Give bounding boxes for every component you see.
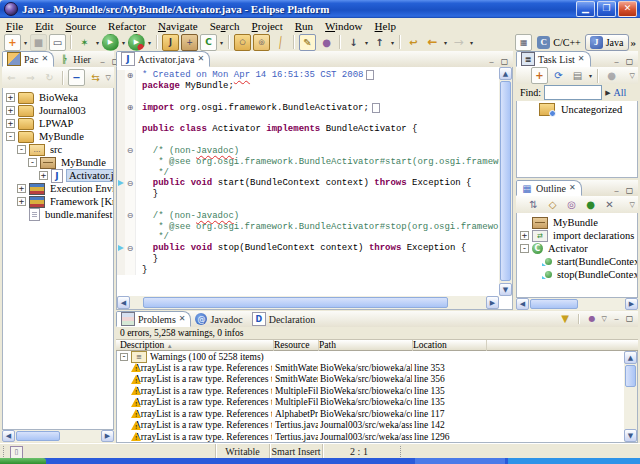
next-annotation-dropdown-icon[interactable]: ▾ (363, 35, 370, 50)
scroll-down-icon[interactable]: ▼ (624, 429, 637, 442)
menu-item-navigate[interactable]: Navigate (152, 20, 204, 32)
code-line[interactable]: * @see org.osgi.framework.BundleActivato… (117, 156, 499, 167)
package-explorer-item[interactable]: -…src (3, 143, 113, 156)
scrollbar-thumb[interactable] (625, 365, 636, 387)
code-line[interactable] (117, 92, 499, 103)
code-line[interactable]: ⊖ public void start(BundleContext contex… (117, 178, 499, 189)
scroll-up-icon[interactable]: ▲ (499, 67, 512, 80)
find-next-icon[interactable]: ▶ (605, 89, 610, 97)
run-icon[interactable]: ▶ (102, 34, 119, 51)
maximize-view-icon[interactable]: ▢ (623, 184, 636, 196)
tab-task-list[interactable]: ≣ Task List ✕ (516, 51, 591, 67)
scroll-left-icon[interactable]: ◀ (516, 298, 529, 310)
code-line[interactable]: ⊖ public void stop(BundleContext context… (117, 243, 499, 254)
code-area[interactable]: ⊕* Created on Mon Apr 14 16:51:35 CST 20… (117, 67, 499, 296)
expand-icon[interactable]: + (6, 93, 15, 102)
fold-collapse-icon[interactable]: ⊖ (125, 178, 136, 189)
new-package-icon[interactable]: + (181, 34, 198, 51)
view-menu-chevron-icon[interactable]: ▽ (602, 315, 610, 323)
scroll-left-icon[interactable]: ◀ (2, 430, 15, 442)
expand-icon[interactable]: + (6, 106, 15, 115)
perspective-java-button[interactable]: J Java (585, 34, 629, 51)
previous-annotation-icon[interactable]: ↑ (371, 34, 388, 51)
back-history-icon[interactable]: ⇐ (3, 69, 20, 86)
tab-javadoc[interactable]: @ Javadoc (191, 311, 247, 327)
outline-item[interactable]: -CActivator (517, 242, 637, 255)
collapse-icon[interactable]: - (28, 158, 37, 167)
find-all-link[interactable]: All (614, 87, 627, 98)
new-class-dropdown-icon[interactable]: ▾ (218, 35, 225, 50)
column-header-path[interactable]: Path (315, 340, 413, 351)
scroll-right-icon[interactable]: ▶ (486, 296, 499, 309)
mark-occurrences-icon[interactable]: ● (318, 34, 335, 51)
toggle-mark-occurrences-icon[interactable]: ✎ (299, 34, 316, 51)
forward-dropdown-icon[interactable]: ▾ (468, 35, 475, 50)
new-wizard-icon[interactable]: + (4, 34, 21, 51)
forward-icon[interactable]: → (450, 34, 467, 51)
tab-problems[interactable]: Problems ✕ (116, 311, 191, 327)
filter-icon[interactable]: ▼ (557, 310, 574, 327)
fold-collapse-icon[interactable]: ⊖ (125, 210, 136, 221)
package-explorer-item[interactable]: +Framework [Knopfler (3, 195, 113, 208)
problem-row[interactable]: ArrayList is a raw type. References to g… (117, 386, 624, 398)
collapse-icon[interactable]: - (6, 132, 15, 141)
tab-activator-java[interactable]: J Activator.java ✕ (116, 51, 210, 67)
minimize-editor-icon[interactable]: – (485, 55, 498, 67)
external-tools-icon[interactable]: ▶ (128, 34, 145, 51)
code-line[interactable]: package MyBundle; (117, 81, 499, 92)
debug-icon[interactable]: ✶ (76, 34, 93, 51)
back-dropdown-icon[interactable]: ▾ (442, 35, 449, 50)
expand-icon[interactable]: + (17, 197, 26, 206)
menu-item-window[interactable]: Window (319, 20, 368, 32)
close-icon[interactable]: ✕ (569, 184, 576, 192)
perspective-overflow-chevron[interactable]: » (629, 36, 640, 48)
code-line[interactable]: public class Activator implements Bundle… (117, 124, 499, 135)
code-line[interactable]: */ (117, 232, 499, 243)
close-icon[interactable]: ✕ (41, 55, 48, 63)
problem-row[interactable]: ArrayList is a raw type. References to g… (117, 397, 624, 409)
menu-item-project[interactable]: Project (246, 20, 289, 32)
package-explorer-item[interactable]: +LPWAP (3, 117, 113, 130)
view-menu-chevron-icon[interactable]: ▽ (106, 74, 114, 82)
new-class-icon[interactable]: C (200, 34, 217, 51)
close-icon[interactable]: ✕ (578, 55, 585, 63)
minimize-window-button[interactable]: ▁ (576, 1, 595, 17)
save-icon[interactable]: ■ (30, 34, 47, 51)
group-by-dropdown-icon[interactable]: ▾ (587, 68, 594, 83)
open-type-icon[interactable]: ○ (234, 34, 251, 51)
find-input[interactable] (544, 85, 602, 100)
taskbar-button[interactable] (415, 458, 505, 464)
editor-body[interactable]: ⊕* Created on Mon Apr 14 16:51:35 CST 20… (116, 67, 513, 310)
menu-item-refactor[interactable]: Refactor (102, 20, 152, 32)
expand-icon[interactable]: + (39, 171, 48, 180)
menu-item-edit[interactable]: Edit (29, 20, 59, 32)
package-explorer-item[interactable]: +JActivator.java (3, 169, 113, 182)
group-by-icon[interactable]: ▤ (569, 67, 586, 84)
minimize-view-icon[interactable]: – (610, 313, 623, 325)
menu-item-run[interactable]: Run (289, 20, 319, 32)
problem-row[interactable]: ArrayList is a raw type. References to g… (117, 363, 624, 375)
collapse-icon[interactable]: - (520, 244, 529, 253)
code-line[interactable]: ⊕* Created on Mon Apr 14 16:51:35 CST 20… (117, 70, 499, 81)
collapse-all-icon[interactable]: − (68, 69, 85, 86)
tab-outline[interactable]: ▦ Outline ✕ (516, 180, 582, 196)
tab-declaration[interactable]: D Declaration (248, 311, 321, 327)
scroll-right-icon[interactable]: ▶ (101, 430, 114, 442)
menu-item-help[interactable]: Help (369, 20, 402, 32)
new-wizard-dropdown-icon[interactable]: ▾ (22, 35, 29, 50)
new-java-project-icon[interactable]: J (162, 34, 179, 51)
expand-icon[interactable]: + (17, 184, 26, 193)
expand-icon[interactable]: + (6, 119, 15, 128)
expand-icon[interactable]: + (520, 231, 529, 240)
scroll-up-icon[interactable]: ▲ (624, 351, 637, 364)
view-menu-chevron-icon[interactable]: ▽ (630, 72, 638, 80)
maximize-editor-icon[interactable]: ▢ (498, 55, 511, 67)
code-line[interactable]: ⊖ /* (non-Javadoc) (117, 210, 499, 221)
view-menu-chevron-icon[interactable]: ▽ (630, 201, 638, 209)
debug-dropdown-icon[interactable]: ▾ (94, 35, 101, 50)
last-edit-location-icon[interactable]: ↩ (405, 34, 422, 51)
maximize-view-icon[interactable]: ▢ (623, 313, 636, 325)
code-line[interactable] (117, 135, 499, 146)
outline-item[interactable]: stop(BundleContext (517, 268, 637, 281)
hide-local-types-icon[interactable]: ✕ (601, 196, 618, 213)
